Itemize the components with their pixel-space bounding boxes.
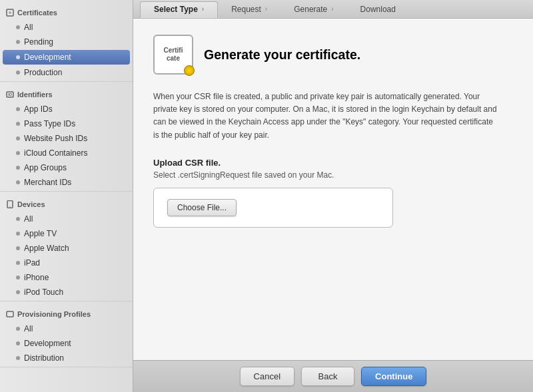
certificate-icon: Certificate <box>153 35 193 75</box>
svg-rect-6 <box>7 311 13 317</box>
sidebar-item-icloud-containers[interactable]: iCloud Containers <box>0 146 133 160</box>
sidebar-item-pending[interactable]: Pending <box>0 35 133 49</box>
upload-section: Upload CSR file. Select .certSigningRequ… <box>153 158 513 228</box>
sidebar: CertificatesAllPendingDevelopmentProduct… <box>0 0 133 392</box>
sidebar-divider <box>0 81 133 82</box>
devices-icon <box>5 200 15 209</box>
sidebar-section-devices: Devices <box>0 194 133 212</box>
continue-button[interactable]: Continue <box>361 367 426 386</box>
sidebar-item-pass-type-ids[interactable]: Pass Type IDs <box>0 116 133 131</box>
cancel-button[interactable]: Cancel <box>240 367 294 386</box>
sidebar-item-iphone[interactable]: iPhone <box>0 270 133 285</box>
sidebar-item-apple-watch[interactable]: Apple Watch <box>0 241 133 256</box>
sidebar-section-label-certificates: Certificates <box>17 9 57 17</box>
tab-arrow: › <box>331 5 333 13</box>
sidebar-item-development[interactable]: Development <box>3 50 130 65</box>
sidebar-section-provisioning-profiles: Provisioning Profiles <box>0 304 133 321</box>
sidebar-item-app-ids[interactable]: App IDs <box>0 102 133 116</box>
sidebar-section-label-provisioning-profiles: Provisioning Profiles <box>17 310 91 318</box>
sidebar-item-merchant-ids[interactable]: Merchant IDs <box>0 175 133 190</box>
certificates-icon <box>5 8 15 17</box>
sidebar-section-label-identifiers: Identifiers <box>17 91 53 98</box>
footer: Cancel Back Continue <box>133 360 533 392</box>
choose-file-button[interactable]: Choose File... <box>167 199 237 216</box>
back-button[interactable]: Back <box>301 367 354 386</box>
tab-select-type[interactable]: Select Type› <box>140 1 218 18</box>
sidebar-item-production[interactable]: Production <box>0 65 133 80</box>
tab-arrow: › <box>202 5 204 13</box>
sidebar-item-all-profiles[interactable]: All <box>0 321 133 336</box>
svg-point-1 <box>9 11 11 14</box>
sidebar-divider <box>0 191 133 192</box>
upload-subtext: Select .certSigningRequest file saved on… <box>153 170 513 180</box>
page-title: Generate your certificate. <box>204 47 360 63</box>
content-area: Certificate Generate your certificate. W… <box>133 19 533 360</box>
sidebar-item-all-devices[interactable]: All <box>0 212 133 226</box>
sidebar-item-ipod-touch[interactable]: iPod Touch <box>0 285 133 299</box>
main-content: Select Type›Request›Generate›Download Ce… <box>133 0 533 392</box>
tab-download[interactable]: Download <box>347 2 409 17</box>
sidebar-section-identifiers: IDIdentifiers <box>0 85 133 102</box>
sidebar-item-development-profile[interactable]: Development <box>0 336 133 351</box>
sidebar-section-certificates: Certificates <box>0 3 133 20</box>
sidebar-item-distribution[interactable]: Distribution <box>0 351 133 365</box>
description-text: When your CSR file is created, a public … <box>153 91 500 142</box>
tab-bar: Select Type›Request›Generate›Download <box>133 0 533 19</box>
sidebar-item-app-groups[interactable]: App Groups <box>0 160 133 175</box>
tab-arrow: › <box>265 5 267 13</box>
sidebar-divider <box>0 301 133 301</box>
svg-text:ID: ID <box>8 93 13 97</box>
identifiers-icon: ID <box>5 90 15 99</box>
sidebar-section-label-devices: Devices <box>17 200 45 208</box>
cert-badge <box>184 65 195 76</box>
sidebar-item-website-push-ids[interactable]: Website Push IDs <box>0 131 133 146</box>
upload-heading: Upload CSR file. <box>153 158 513 168</box>
provisioning-profiles-icon <box>5 309 15 319</box>
tab-request[interactable]: Request› <box>218 2 280 17</box>
tab-generate[interactable]: Generate› <box>280 2 346 17</box>
sidebar-item-all[interactable]: All <box>0 20 133 35</box>
sidebar-item-apple-tv[interactable]: Apple TV <box>0 226 133 241</box>
svg-point-5 <box>9 206 11 208</box>
sidebar-divider <box>0 367 133 367</box>
upload-box: Choose File... <box>153 188 393 228</box>
cert-header: Certificate Generate your certificate. <box>153 35 513 75</box>
sidebar-item-ipad[interactable]: iPad <box>0 256 133 270</box>
